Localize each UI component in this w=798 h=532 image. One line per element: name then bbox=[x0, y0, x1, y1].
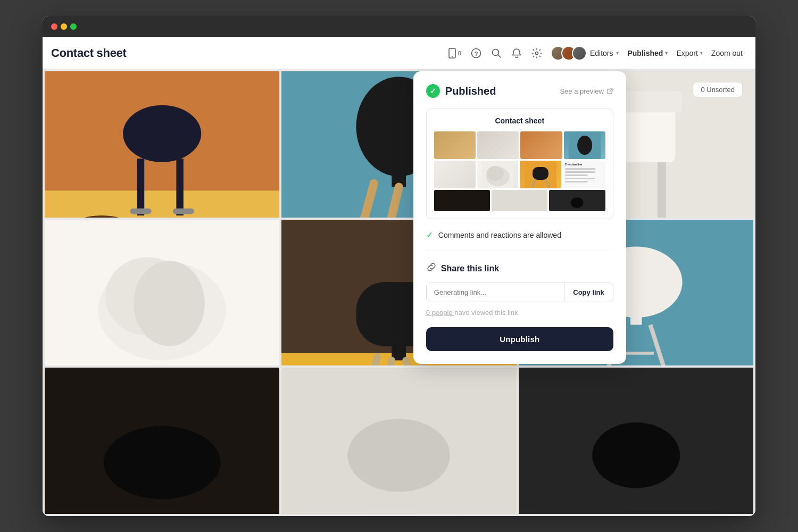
help-icon: ? bbox=[471, 48, 481, 59]
popup-status-label: Published bbox=[445, 85, 496, 97]
preview-cell-light bbox=[492, 190, 547, 211]
published-label: Published bbox=[627, 49, 663, 57]
editors-button[interactable]: Editors ▾ bbox=[551, 46, 619, 61]
editors-chevron-icon: ▾ bbox=[616, 50, 619, 56]
top-bar-right: 0 ? bbox=[447, 46, 743, 61]
search-icon-btn[interactable] bbox=[491, 48, 502, 59]
popup-header: ✓ Published See a preview bbox=[426, 84, 613, 98]
views-count: 0 people bbox=[426, 309, 453, 317]
preview-yellow-svg bbox=[520, 161, 561, 188]
published-button[interactable]: Published ▾ bbox=[627, 49, 668, 57]
top-bar-icons: 0 ? bbox=[447, 48, 542, 59]
preview-cell-5 bbox=[434, 161, 476, 188]
svg-point-58 bbox=[577, 136, 592, 155]
published-chevron-icon: ▾ bbox=[665, 50, 668, 56]
help-icon-btn[interactable]: ? bbox=[471, 48, 481, 59]
export-chevron-icon: ▾ bbox=[700, 50, 703, 56]
share-title-label: Share this link bbox=[441, 264, 499, 273]
search-icon bbox=[491, 48, 502, 59]
copy-link-button[interactable]: Copy link bbox=[564, 283, 613, 302]
editors-label: Editors bbox=[590, 49, 613, 57]
preview-text-line-4 bbox=[565, 178, 595, 179]
preview-cell-1 bbox=[434, 131, 476, 159]
share-title-row: Share this link bbox=[426, 262, 613, 275]
editor-avatars bbox=[551, 46, 587, 61]
svg-rect-63 bbox=[533, 167, 548, 180]
unpublish-button[interactable]: Unpublish bbox=[426, 327, 613, 351]
popup-overlay: ✓ Published See a preview Contact sheet bbox=[43, 69, 755, 516]
page-title: Contact sheet bbox=[51, 46, 127, 60]
close-dot[interactable] bbox=[51, 23, 57, 30]
popup-status: ✓ Published bbox=[426, 84, 496, 98]
views-link[interactable]: 0 people bbox=[426, 309, 455, 317]
link-icon bbox=[426, 262, 437, 275]
views-suffix: have viewed this link bbox=[454, 309, 518, 317]
preview-row2-container: The clientline bbox=[434, 161, 605, 188]
app-window: Contact sheet 0 ? bbox=[43, 16, 755, 516]
comments-allowed-row: ✓ Comments and reactions are allowed bbox=[426, 230, 613, 251]
svg-point-6 bbox=[535, 52, 538, 54]
svg-point-1 bbox=[452, 56, 453, 57]
preview-white-form-svg bbox=[477, 161, 519, 188]
export-button[interactable]: Export ▾ bbox=[676, 49, 702, 57]
fullscreen-dot[interactable] bbox=[70, 23, 77, 30]
views-text-row: 0 people have viewed this link bbox=[426, 309, 613, 317]
published-popup: ✓ Published See a preview Contact sheet bbox=[413, 71, 626, 364]
main-content: 0 Unsorted ✓ Published See a preview bbox=[43, 69, 755, 516]
preview-cell-dark bbox=[434, 190, 490, 211]
preview-cell-6 bbox=[477, 161, 519, 188]
preview-cell-8 bbox=[520, 161, 561, 188]
settings-icon-btn[interactable] bbox=[531, 48, 542, 59]
preview-text-line-5 bbox=[565, 181, 588, 182]
external-link-icon bbox=[606, 88, 613, 95]
comments-check-icon: ✓ bbox=[426, 230, 433, 240]
preview-text-title: The clientline bbox=[565, 163, 603, 166]
unpublish-label: Unpublish bbox=[500, 335, 539, 344]
share-section: Share this link Copy link 0 people have … bbox=[426, 262, 613, 351]
preview-text-line-1 bbox=[565, 168, 595, 170]
preview-cell-3 bbox=[520, 131, 562, 159]
see-preview-label: See a preview bbox=[560, 87, 603, 95]
preview-dark-chair-svg bbox=[549, 190, 605, 211]
phone-icon-btn[interactable]: 0 bbox=[447, 48, 461, 59]
preview-row2-left bbox=[434, 161, 561, 188]
preview-cell-2 bbox=[477, 131, 519, 159]
comments-label: Comments and reactions are allowed bbox=[438, 231, 561, 239]
published-check-icon: ✓ bbox=[426, 84, 440, 98]
preview-cell-darkest bbox=[549, 190, 605, 211]
preview-text-line-3 bbox=[565, 174, 588, 176]
preview-text-cell: The clientline bbox=[563, 161, 605, 188]
title-bar bbox=[43, 16, 755, 37]
phone-icon bbox=[447, 48, 457, 59]
top-bar-left: Contact sheet bbox=[51, 46, 127, 60]
export-label: Export bbox=[676, 49, 697, 57]
preview-teal-svg bbox=[564, 131, 605, 159]
avatar-3 bbox=[572, 46, 587, 61]
chain-link-icon bbox=[426, 262, 437, 272]
top-bar: Contact sheet 0 ? bbox=[43, 37, 755, 69]
zoom-out-button[interactable]: Zoom out bbox=[711, 49, 743, 57]
svg-text:?: ? bbox=[475, 50, 478, 56]
notification-icon-btn[interactable] bbox=[511, 48, 522, 59]
svg-line-5 bbox=[498, 55, 501, 57]
copy-link-label: Copy link bbox=[573, 288, 604, 296]
window-controls bbox=[51, 23, 77, 30]
share-link-input[interactable] bbox=[427, 283, 564, 302]
contact-sheet-preview: Contact sheet bbox=[426, 109, 613, 219]
share-link-row: Copy link bbox=[426, 282, 613, 302]
preview-text-line-2 bbox=[565, 171, 595, 173]
notification-icon bbox=[511, 48, 522, 59]
svg-point-67 bbox=[571, 197, 584, 208]
contact-sheet-preview-title: Contact sheet bbox=[434, 117, 605, 125]
svg-point-61 bbox=[486, 166, 503, 181]
see-preview-link[interactable]: See a preview bbox=[560, 87, 613, 95]
preview-row3 bbox=[434, 190, 605, 211]
phone-badge: 0 bbox=[458, 50, 461, 56]
zoom-out-label: Zoom out bbox=[711, 49, 743, 57]
minimize-dot[interactable] bbox=[61, 23, 67, 30]
preview-grid-row1 bbox=[434, 131, 605, 159]
preview-cell-4 bbox=[564, 131, 605, 159]
settings-icon bbox=[531, 48, 542, 59]
